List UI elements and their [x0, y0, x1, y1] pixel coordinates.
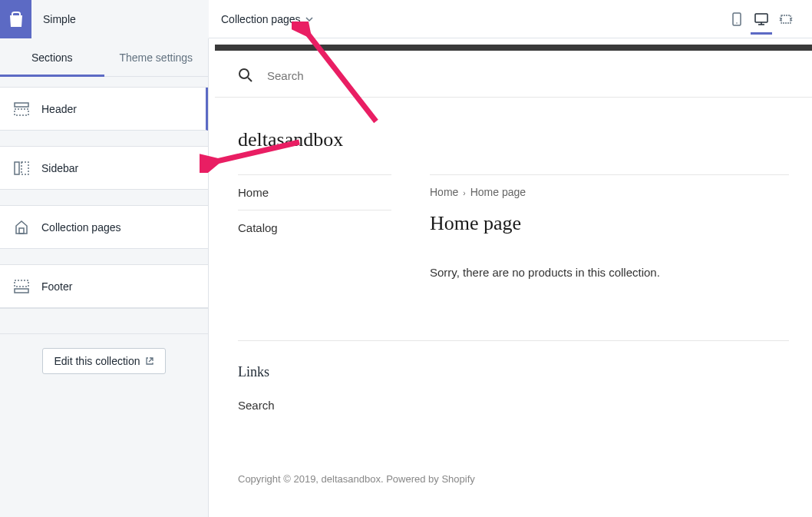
edit-collection-label: Edit this collection [54, 355, 140, 367]
theme-name: Simple [31, 0, 209, 38]
breadcrumb-home[interactable]: Home [430, 186, 458, 198]
page-selector-label: Collection pages [221, 13, 301, 25]
site-nav: Home Catalog [238, 174, 391, 279]
svg-rect-7 [15, 109, 28, 115]
nav-link-home[interactable]: Home [238, 174, 391, 210]
bag-icon [8, 11, 24, 28]
external-link-icon [145, 356, 154, 366]
chevron-down-icon [305, 17, 313, 22]
section-item-header[interactable]: Header [0, 88, 208, 131]
svg-point-13 [239, 69, 249, 78]
breadcrumb: Home›Home page [430, 186, 789, 198]
device-preview-toggle [726, 0, 812, 38]
breadcrumb-separator: › [463, 189, 465, 197]
page-title: Home page [430, 212, 789, 235]
site-main: Home›Home page Home page Sorry, there ar… [430, 174, 789, 279]
svg-rect-6 [15, 103, 28, 107]
section-label: Footer [41, 280, 72, 293]
site-footer: Links Search [238, 340, 789, 412]
section-item-collection-pages[interactable]: Collection pages [0, 206, 208, 249]
svg-rect-11 [15, 280, 28, 287]
svg-rect-10 [19, 228, 24, 234]
nav-link-catalog[interactable]: Catalog [238, 210, 391, 245]
footer-section-icon [14, 280, 29, 293]
footer-heading: Links [238, 364, 789, 380]
svg-rect-8 [15, 162, 19, 174]
search-input[interactable] [267, 69, 497, 82]
fullscreen-view-button[interactable] [775, 4, 797, 35]
browser-chrome [215, 45, 812, 51]
page-selector-dropdown[interactable]: Collection pages [221, 13, 313, 25]
section-label: Collection pages [41, 221, 121, 234]
section-label: Sidebar [41, 162, 78, 174]
svg-rect-12 [15, 289, 28, 293]
svg-rect-5 [781, 15, 791, 23]
breadcrumb-current: Home page [470, 186, 526, 198]
panel-tabs: Sections Theme settings [0, 38, 208, 77]
mobile-view-button[interactable] [726, 4, 748, 35]
copyright: Copyright © 2019, deltasandbox. Powered … [238, 473, 789, 485]
section-item-sidebar[interactable]: Sidebar [0, 147, 208, 190]
topbar: Simple Collection pages [0, 0, 812, 38]
shopify-logo [0, 0, 31, 38]
sidebar-section-icon [14, 161, 29, 175]
search-icon [238, 68, 253, 83]
footer-link-search[interactable]: Search [238, 399, 789, 412]
section-label: Header [41, 103, 77, 115]
edit-collection-button[interactable]: Edit this collection [42, 348, 165, 374]
preview-frame: deltasandbox Home Catalog Home›Home page… [209, 38, 812, 517]
empty-collection-message: Sorry, there are no products in this col… [430, 266, 789, 279]
tab-theme-settings[interactable]: Theme settings [104, 38, 209, 77]
site-title: deltasandbox [215, 98, 812, 174]
site-preview: deltasandbox Home Catalog Home›Home page… [215, 51, 812, 515]
svg-rect-9 [21, 162, 28, 174]
collection-section-icon [14, 220, 29, 235]
tab-sections[interactable]: Sections [0, 38, 104, 77]
svg-rect-2 [755, 14, 767, 22]
site-search-bar [215, 51, 812, 98]
desktop-view-button[interactable] [751, 4, 772, 35]
left-panel: Sections Theme settings Header Sidebar C… [0, 38, 209, 517]
section-item-footer[interactable]: Footer [0, 265, 208, 308]
section-list: Header Sidebar Collection pages Footer E… [0, 77, 208, 374]
header-section-icon [14, 102, 29, 116]
svg-point-1 [736, 22, 738, 24]
svg-line-14 [248, 78, 252, 81]
